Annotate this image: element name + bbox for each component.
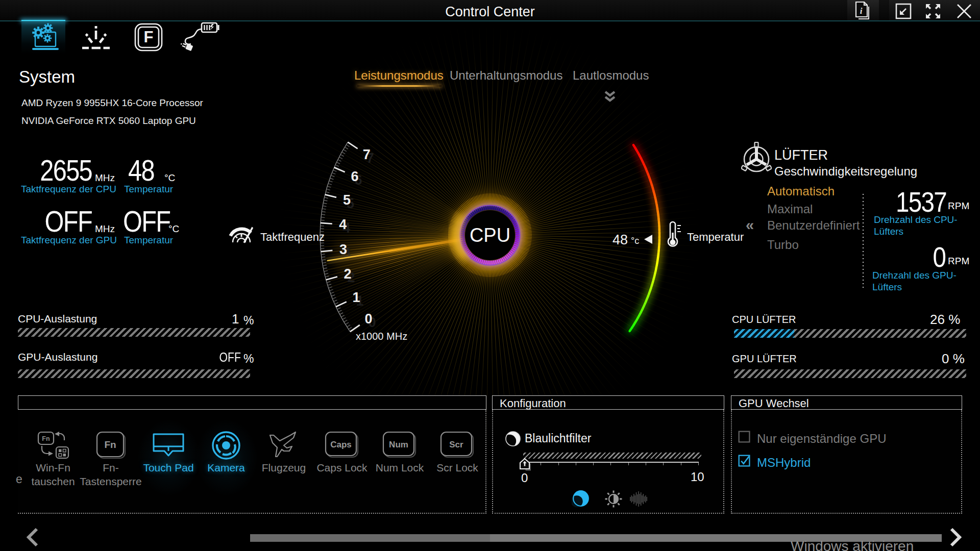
svg-text:6: 6	[354, 172, 362, 188]
svg-text:3: 3	[339, 242, 347, 257]
svg-text:1: 1	[356, 293, 363, 309]
svg-text:4: 4	[339, 217, 347, 232]
svg-text:3: 3	[343, 245, 351, 261]
svg-text:Scr: Scr	[449, 440, 463, 449]
svg-text:Fn: Fn	[42, 435, 50, 442]
svg-text:2: 2	[344, 266, 352, 282]
svg-text:i: i	[860, 6, 863, 16]
svg-text:0: 0	[365, 311, 373, 327]
svg-text:6: 6	[351, 169, 358, 184]
svg-text:Caps: Caps	[330, 440, 352, 449]
svg-text:1: 1	[352, 290, 360, 305]
svg-text:7: 7	[363, 147, 371, 162]
svg-text:0: 0	[369, 315, 376, 330]
svg-text:Fn: Fn	[104, 439, 116, 450]
svg-text:2: 2	[348, 270, 355, 285]
svg-text:4: 4	[342, 220, 350, 236]
svg-text:7: 7	[366, 151, 374, 166]
svg-text:5: 5	[343, 192, 351, 208]
svg-text:5: 5	[347, 196, 354, 211]
svg-text:Num: Num	[389, 440, 408, 449]
svg-text:CPU: CPU	[470, 224, 510, 246]
svg-text:F: F	[144, 28, 154, 46]
